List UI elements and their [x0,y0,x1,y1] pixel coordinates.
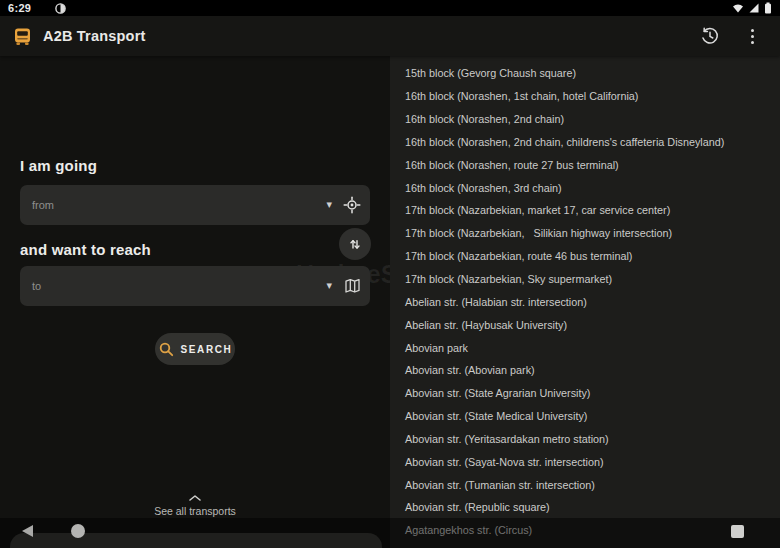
status-time: 6:29 [8,2,31,14]
list-item[interactable]: Abovian str. (Yeritasardakan metro stati… [405,428,780,451]
going-label: I am going [20,157,97,174]
list-item[interactable]: 16th block (Norashen, 2nd chain, childre… [405,131,780,154]
overflow-menu-button[interactable] [740,24,764,48]
list-item[interactable]: Abelian str. (Halabian str. intersection… [405,290,780,313]
list-item[interactable]: Abovian str. (State Medical University) [405,405,780,428]
my-location-button[interactable] [342,195,362,215]
list-item[interactable]: 16th block (Norashen, 3rd chain) [405,176,780,199]
list-item[interactable]: Abovian str. (Tumanian str. intersection… [405,473,780,496]
from-select[interactable]: from ▾ [20,185,370,225]
list-item[interactable]: Agatangekhos str. (Circus) [405,519,780,542]
stops-pane: 15th block (Gevorg Chaush square) 16th b… [390,56,780,548]
app-notification-icon [55,3,66,14]
list-item[interactable]: 17th block (Nazarbekian, market 17, car … [405,199,780,222]
bottom-sheet-handle[interactable] [10,533,382,548]
route-form-pane: UpdateS I am going from ▾ and want to re… [0,56,390,548]
list-item[interactable]: 16th block (Norashen, route 27 bus termi… [405,153,780,176]
magnifier-icon [158,341,175,358]
recents-icon[interactable] [731,525,744,538]
back-icon[interactable] [22,525,33,537]
chevron-down-icon: ▾ [326,198,332,211]
stops-list: 15th block (Gevorg Chaush square) 16th b… [390,56,780,542]
reach-label: and want to reach [20,241,151,258]
search-button[interactable]: SEARCH [155,333,235,365]
to-placeholder: to [32,280,41,292]
list-item[interactable]: Abovian park [405,336,780,359]
wifi-icon [732,2,744,14]
list-item[interactable]: Abovian str. (Sayat-Nova str. intersecti… [405,450,780,473]
list-item[interactable]: 17th block (Nazarbekian, route 46 bus te… [405,245,780,268]
app-screen: 6:29 [0,0,780,548]
app-title: A2B Transport [43,28,146,44]
list-item[interactable]: Abovian str. (Abovian park) [405,359,780,382]
swap-vertical-icon [347,236,363,252]
bus-icon [12,26,33,47]
list-item[interactable]: Abovian str. (Republic square) [405,496,780,519]
list-item[interactable]: 15th block (Gevorg Chaush square) [405,62,780,85]
map-icon [344,278,361,294]
list-item[interactable]: 17th block (Nazarbekian, Sky supermarket… [405,268,780,291]
list-item[interactable]: 17th block (Nazarbekian, Silikian highwa… [405,222,780,245]
swap-directions-button[interactable] [339,228,371,260]
app-bar: A2B Transport [0,16,780,56]
see-all-label: See all transports [154,505,236,517]
list-item[interactable]: 16th block (Norashen, 2nd chain) [405,108,780,131]
map-button[interactable] [342,276,362,296]
status-bar: 6:29 [0,0,780,16]
chevron-down-icon: ▾ [326,279,332,292]
home-icon[interactable] [71,524,85,538]
chevron-up-icon [188,494,202,502]
list-item[interactable]: Abelian str. (Haybusak University) [405,313,780,336]
history-button[interactable] [698,24,722,48]
from-placeholder: from [32,199,54,211]
search-button-label: SEARCH [181,344,233,355]
list-item[interactable]: Abovian str. (State Agrarian University) [405,382,780,405]
to-select[interactable]: to ▾ [20,266,370,306]
kebab-menu-icon [751,29,754,44]
battery-icon [764,2,772,14]
see-all-transports[interactable]: See all transports [0,494,390,517]
list-item[interactable]: 16th block (Norashen, 1st chain, hotel C… [405,85,780,108]
cellular-signal-icon [748,2,760,14]
